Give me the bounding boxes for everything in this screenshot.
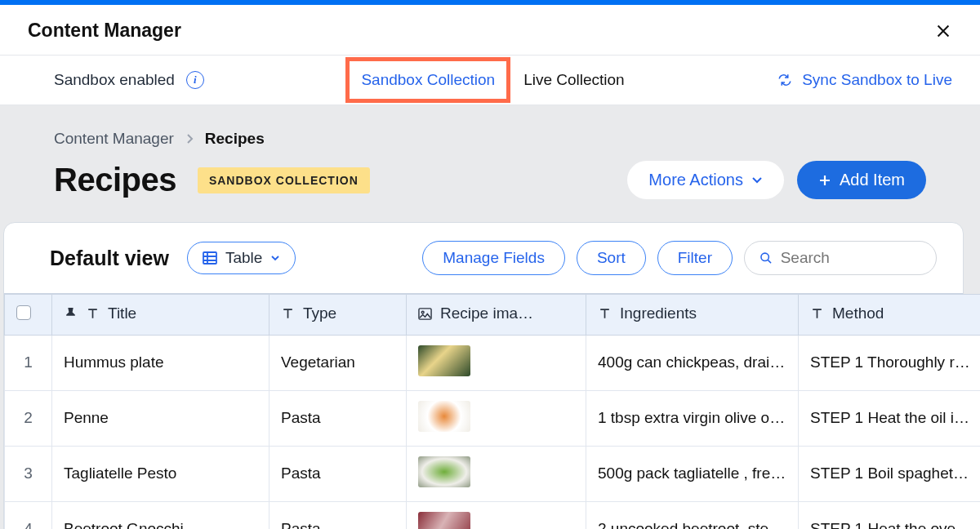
cell-type: Pasta [270, 390, 407, 446]
more-actions-button[interactable]: More Actions [627, 161, 784, 199]
text-type-icon [281, 307, 295, 321]
pin-icon [64, 307, 78, 321]
search-box[interactable] [744, 241, 937, 275]
cell-type: Pasta [270, 446, 407, 501]
sandbox-badge: SANDBOX COLLECTION [198, 167, 370, 193]
sync-label: Sync Sandbox to Live [802, 71, 952, 89]
cell-ingredients: 2 uncooked beetroot, ste… [586, 501, 799, 529]
sandbox-status-label: Sandbox enabled [54, 71, 175, 89]
tab-sandbox-highlight: Sandbox Collection [345, 57, 510, 103]
main-area: Content Manager Recipes Recipes SANDBOX … [0, 105, 980, 529]
sandbox-status: Sandbox enabled i [54, 71, 204, 89]
recipe-thumb [418, 456, 470, 487]
search-icon [760, 251, 773, 265]
row-number: 4 [5, 501, 52, 529]
text-type-icon [598, 307, 612, 321]
cell-ingredients: 500g pack tagliatelle , fre… [586, 446, 799, 501]
close-icon[interactable] [934, 22, 952, 40]
view-card: Default view Table Manage Fields Sort Fi… [3, 222, 964, 529]
add-item-button[interactable]: Add Item [797, 161, 926, 199]
cell-image[interactable] [407, 390, 586, 446]
sort-button[interactable]: Sort [577, 241, 646, 275]
chevron-right-icon [185, 133, 194, 144]
row-number: 3 [5, 446, 52, 501]
table-icon [203, 251, 217, 264]
col-header-method[interactable]: Method [799, 295, 981, 336]
view-toolbar: Default view Table Manage Fields Sort Fi… [4, 223, 963, 293]
sync-sandbox-button[interactable]: Sync Sandbox to Live [777, 71, 952, 89]
cell-title: Hummus plate [52, 335, 270, 390]
svg-point-1 [761, 253, 768, 260]
checkbox-icon[interactable] [16, 305, 31, 320]
image-icon [418, 307, 432, 321]
svg-point-3 [421, 311, 424, 313]
cell-image[interactable] [407, 335, 586, 390]
col-header-title[interactable]: Title [52, 295, 270, 336]
row-number: 1 [5, 335, 52, 390]
cell-title: Penne [52, 390, 270, 446]
cell-title: Beetroot Gnocchi [52, 501, 270, 529]
cell-type: Pasta [270, 501, 407, 529]
cell-method: STEP 1 Heat the oven to [799, 501, 981, 529]
text-type-icon [86, 307, 100, 321]
app-header: Content Manager [0, 5, 980, 56]
svg-rect-0 [203, 252, 216, 264]
tab-sandbox-collection[interactable]: Sandbox Collection [361, 71, 495, 88]
breadcrumb: Content Manager Recipes [0, 130, 980, 158]
table-row[interactable]: 4Beetroot GnocchiPasta2 uncooked beetroo… [5, 501, 981, 529]
view-mode-dropdown[interactable]: Table [187, 242, 296, 274]
collection-tabs: Sandbox Collection Live Collection [357, 67, 624, 93]
cell-method: STEP 1 Heat the oil in a f [799, 390, 981, 446]
cell-ingredients: 400g can chickpeas, drain… [586, 335, 799, 390]
add-item-label: Add Item [840, 171, 905, 189]
cell-type: Vegetarian [270, 335, 407, 390]
col-header-type[interactable]: Type [270, 295, 407, 336]
page-title: Recipes [54, 162, 176, 198]
data-table-wrap: Title Type Recipe ima… [4, 293, 963, 529]
cell-method: STEP 1 Thoroughly rinse [799, 335, 981, 390]
cell-ingredients: 1 tbsp extra virgin olive oil … [586, 390, 799, 446]
chevron-down-icon [751, 176, 763, 184]
plus-icon [818, 174, 831, 187]
select-all-header[interactable] [5, 295, 52, 336]
tab-live-collection[interactable]: Live Collection [523, 71, 625, 89]
filter-button[interactable]: Filter [657, 241, 733, 275]
info-icon[interactable]: i [186, 71, 204, 89]
row-number: 2 [5, 390, 52, 446]
search-input[interactable] [781, 249, 921, 267]
manage-fields-button[interactable]: Manage Fields [422, 241, 565, 275]
text-type-icon [810, 307, 824, 321]
recipe-thumb [418, 512, 470, 530]
table-header-row: Title Type Recipe ima… [5, 295, 981, 336]
cell-title: Tagliatelle Pesto [52, 446, 270, 501]
more-actions-label: More Actions [648, 171, 743, 189]
chevron-down-icon [270, 255, 280, 262]
recipe-thumb [418, 345, 470, 376]
sync-icon [777, 73, 792, 87]
cell-method: STEP 1 Boil spaghetti in a [799, 446, 981, 501]
breadcrumb-root[interactable]: Content Manager [54, 130, 174, 148]
table-row[interactable]: 2PennePasta1 tbsp extra virgin olive oil… [5, 390, 981, 446]
view-title: Default view [50, 247, 169, 270]
title-row: Recipes SANDBOX COLLECTION More Actions … [0, 158, 980, 222]
breadcrumb-current: Recipes [205, 130, 265, 148]
table-row[interactable]: 3Tagliatelle PestoPasta500g pack tagliat… [5, 446, 981, 501]
subheader: Sandbox enabled i Sandbox Collection Liv… [0, 56, 980, 105]
table-row[interactable]: 1Hummus plateVegetarian400g can chickpea… [5, 335, 981, 390]
recipe-thumb [418, 401, 470, 432]
cell-image[interactable] [407, 501, 586, 529]
col-header-image[interactable]: Recipe ima… [407, 295, 586, 336]
col-header-ingredients[interactable]: Ingredients [586, 295, 799, 336]
app-title: Content Manager [28, 20, 181, 42]
cell-image[interactable] [407, 446, 586, 501]
view-mode-label: Table [225, 249, 262, 267]
data-table: Title Type Recipe ima… [4, 294, 980, 529]
